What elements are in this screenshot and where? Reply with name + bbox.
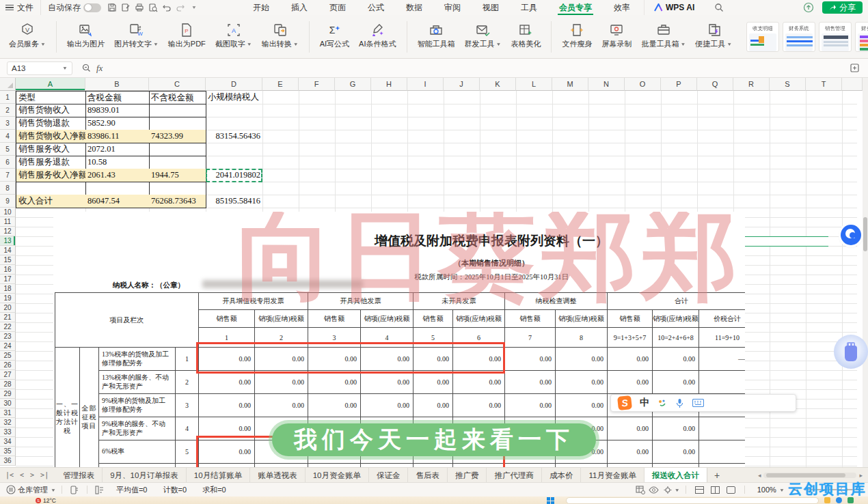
sheet-tab-9[interactable]: 推广代理商 [487, 468, 542, 483]
horizontal-scrollbar[interactable]: ◂ ▸ [758, 472, 868, 479]
cell-A1[interactable]: 类型 [16, 91, 86, 104]
row-header-33[interactable]: 33 [0, 428, 16, 437]
outline-icon[interactable] [93, 486, 107, 494]
page-break-view-icon[interactable] [727, 486, 735, 494]
formula-input[interactable]: fx [77, 61, 841, 75]
column-header-D[interactable]: D [206, 78, 262, 91]
row-header-18[interactable]: 18 [0, 284, 16, 294]
sheet-tab-10[interactable]: 成本价 [542, 468, 582, 483]
sogou-skin-icon[interactable] [657, 398, 667, 408]
hscroll-right-arrow[interactable]: ▸ [859, 472, 863, 479]
row-header-7[interactable]: 7 [0, 169, 16, 182]
ribbon-item-mail[interactable]: 群发工具▼ [460, 19, 506, 51]
cell-D3[interactable] [206, 117, 262, 130]
cell-C8[interactable] [149, 182, 206, 195]
mode-icon[interactable] [4, 485, 18, 494]
ribbon-item-toolbox[interactable]: 智能工具箱 [413, 19, 460, 51]
sheet-tab-11[interactable]: 11月资金账单 [581, 468, 644, 483]
sogou-keyboard-icon[interactable] [692, 399, 704, 407]
cell-D5[interactable] [206, 143, 262, 156]
row-header-15[interactable]: 15 [0, 255, 16, 265]
row-header-3[interactable]: 3 [0, 117, 16, 130]
cell-B1[interactable]: 含税金额 [85, 91, 150, 104]
row-header-31[interactable]: 31 [0, 408, 16, 418]
row-header-9[interactable]: 9 [0, 195, 16, 208]
ribbon-item-convert[interactable]: 输出转换▼ [257, 19, 303, 51]
next-sheet-button[interactable]: > [30, 471, 34, 479]
cell-A3[interactable]: 销售货物退款 [16, 117, 86, 130]
autosave-control[interactable]: 自动保存 [41, 2, 105, 14]
recenter-icon[interactable] [661, 486, 675, 494]
row-header-19[interactable]: 19 [0, 294, 16, 303]
undo-icon[interactable] [160, 1, 174, 14]
wps-assistant-bubble[interactable] [841, 225, 861, 245]
save-icon[interactable] [105, 1, 119, 14]
row-header-21[interactable]: 21 [0, 313, 16, 322]
template-card-1[interactable]: 收支明细 [746, 22, 779, 52]
column-header-F[interactable]: F [299, 78, 335, 91]
sogou-cn-mode[interactable]: 中 [640, 397, 649, 409]
last-sheet-button[interactable]: >| [40, 471, 49, 479]
sheet-tab-2[interactable]: 9月、10月订单报表 [103, 468, 187, 483]
row-header-23[interactable]: 23 [0, 332, 16, 341]
row-header-34[interactable]: 34 [0, 437, 16, 447]
cell-C7[interactable]: 1944.75 [149, 169, 206, 182]
autosave-toggle[interactable] [83, 3, 101, 12]
row-header-14[interactable]: 14 [0, 246, 16, 255]
print-icon[interactable] [133, 1, 146, 14]
cell-A4[interactable]: 销售货物收入净额 [16, 130, 86, 143]
template-card-3[interactable]: 销售管理 [819, 22, 852, 52]
ribbon-item-vip[interactable]: V会员服务▼ [4, 19, 51, 51]
menu-tab-2[interactable]: 插入 [280, 0, 318, 15]
menu-tab-3[interactable]: 页面 [318, 0, 357, 15]
recenter-dropdown-icon[interactable]: ▼ [675, 487, 680, 492]
row-header-1[interactable]: 1 [0, 91, 16, 104]
cell-B7[interactable]: 2061.43 [85, 169, 150, 182]
column-header-K[interactable]: K [480, 78, 516, 91]
column-header-B[interactable]: B [85, 78, 149, 91]
row-header-27[interactable]: 27 [0, 370, 16, 380]
workbook-mode-label[interactable]: 仓库管理 [18, 485, 48, 495]
wps-ai-button[interactable]: WPS AI [644, 0, 704, 15]
sheet-tab-4[interactable]: 账单透视表 [250, 468, 306, 483]
table-tools-icon[interactable] [634, 486, 647, 494]
ribbon-item-ocr[interactable]: W图片转文字▼ [109, 19, 163, 51]
column-header-S[interactable]: S [770, 78, 806, 91]
template-card-4[interactable]: 财务报表 [855, 22, 868, 52]
column-header-T[interactable]: T [806, 78, 842, 91]
name-box-dropdown-icon[interactable]: ▼ [62, 66, 68, 70]
cell-D7[interactable]: 2041.019802 [206, 169, 262, 182]
sheet-tab-1[interactable]: 管理报表 [55, 468, 103, 483]
row-header-36[interactable]: 36 [0, 456, 16, 466]
column-header-O[interactable]: O [625, 78, 661, 91]
row-header-6[interactable]: 6 [0, 156, 16, 169]
row-header-12[interactable]: 12 [0, 227, 16, 236]
cell-D9[interactable]: 85195.58416 [206, 195, 262, 208]
menu-tab-5[interactable]: 数据 [395, 0, 433, 15]
cell-D6[interactable] [206, 156, 262, 169]
formula-zoom-icon[interactable] [82, 64, 91, 72]
cell-C3[interactable] [149, 117, 206, 130]
menu-tab-7[interactable]: 视图 [472, 0, 510, 15]
row-header-2[interactable]: 2 [0, 104, 16, 117]
sheet-tab-5[interactable]: 10月资金账单 [306, 468, 369, 483]
cell-B9[interactable]: 86047.54 [85, 195, 150, 208]
select-all-corner[interactable] [0, 78, 16, 91]
export-icon[interactable] [119, 1, 133, 14]
vertical-scrollbar-thumb[interactable] [863, 217, 867, 251]
ribbon-item-pdf[interactable]: P输出为PDF [163, 19, 211, 51]
column-header-partial[interactable] [842, 78, 863, 91]
row-header-13[interactable]: 13 [0, 236, 16, 246]
column-header-J[interactable]: J [444, 78, 480, 91]
row-header-25[interactable]: 25 [0, 351, 16, 361]
row-header-20[interactable]: 20 [0, 303, 16, 313]
row-header-10[interactable]: 10 [0, 208, 16, 217]
column-header-I[interactable]: I [407, 78, 444, 91]
row-header-17[interactable]: 17 [0, 275, 16, 284]
row-header-28[interactable]: 28 [0, 380, 16, 389]
menu-tab-4[interactable]: 公式 [357, 0, 395, 15]
row-header-5[interactable]: 5 [0, 143, 16, 156]
name-box[interactable]: A13 ▼ [7, 61, 72, 75]
row-header-4[interactable]: 4 [0, 130, 16, 143]
mode-dropdown-icon[interactable]: ▼ [51, 487, 56, 492]
